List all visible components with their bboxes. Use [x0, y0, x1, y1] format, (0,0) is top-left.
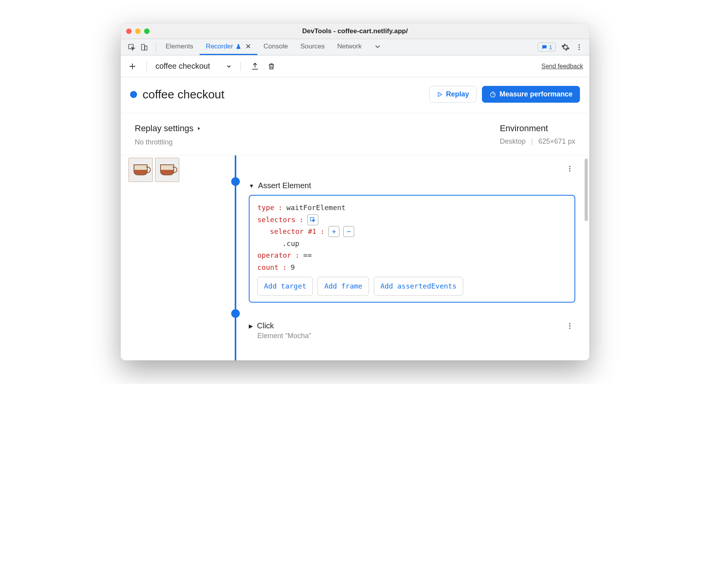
add-selector-button[interactable]: +: [328, 226, 339, 237]
timeline-node: [231, 177, 240, 186]
field-key-operator: operator: [257, 249, 291, 262]
step-options-icon[interactable]: [566, 322, 574, 330]
step-click-header[interactable]: ▶ Click Element "Mocha": [249, 317, 575, 345]
field-key-count: count: [257, 262, 278, 274]
recording-name: coffee checkout: [155, 62, 210, 71]
delete-icon[interactable]: [266, 61, 277, 72]
recording-title: coffee checkout: [143, 88, 225, 101]
svg-point-13: [569, 328, 570, 329]
field-value-operator[interactable]: ==: [303, 249, 312, 262]
step-title: Click: [257, 321, 274, 330]
recording-status-dot: [130, 91, 137, 98]
timeline: ▼ Assert Element type: waitForElement se…: [121, 155, 589, 360]
step-assert-element-header[interactable]: ▼ Assert Element: [249, 176, 575, 195]
environment-label: Environment: [500, 123, 575, 134]
field-value-type[interactable]: waitForElement: [286, 202, 346, 214]
more-options-icon[interactable]: [575, 43, 583, 51]
tab-recorder[interactable]: Recorder ✕: [200, 39, 257, 55]
svg-point-8: [569, 168, 570, 169]
selector-value[interactable]: .cup: [282, 238, 299, 250]
measure-label: Measure performance: [499, 90, 573, 98]
messages-badge[interactable]: 1: [538, 43, 556, 52]
svg-point-7: [569, 166, 570, 167]
window-titlebar: DevTools - coffee-cart.netlify.app/: [121, 23, 589, 39]
tab-elements[interactable]: Elements: [159, 39, 200, 55]
svg-point-11: [569, 323, 570, 324]
svg-point-3: [578, 44, 580, 45]
inspect-element-icon[interactable]: [126, 42, 137, 53]
environment-dimensions: 625×671 px: [538, 137, 575, 146]
svg-point-9: [569, 170, 570, 171]
replay-label: Replay: [446, 90, 469, 98]
chevron-down-icon: [226, 63, 232, 69]
tab-console[interactable]: Console: [257, 39, 294, 55]
thumbnail[interactable]: [155, 158, 179, 182]
svg-rect-1: [141, 44, 144, 50]
field-value-count[interactable]: 9: [291, 262, 295, 274]
measure-performance-button[interactable]: Measure performance: [482, 86, 580, 103]
settings-row: Replay settings No throttling Environmen…: [121, 113, 589, 155]
tab-sources[interactable]: Sources: [294, 39, 331, 55]
environment-device: Desktop: [500, 137, 526, 146]
more-tabs-button[interactable]: [368, 39, 387, 55]
recording-header: coffee checkout Replay Measure performan…: [121, 77, 589, 113]
pick-selector-icon[interactable]: [307, 214, 318, 225]
add-target-button[interactable]: Add target: [257, 277, 313, 296]
recording-selector[interactable]: coffee checkout: [155, 62, 232, 71]
divider: [241, 62, 241, 71]
timeline-node: [231, 309, 240, 318]
chevron-right-icon: [196, 126, 201, 131]
svg-point-4: [578, 46, 580, 48]
step-assert-element-body: type: waitForElement selectors: selector…: [249, 195, 575, 303]
step-title: Assert Element: [258, 181, 311, 190]
device-toolbar-icon[interactable]: [139, 42, 150, 53]
field-key-type: type: [257, 202, 274, 214]
recorder-toolbar: coffee checkout Send feedback: [121, 55, 589, 77]
send-feedback-link[interactable]: Send feedback: [541, 63, 583, 70]
divider: [146, 62, 147, 71]
field-key-selectors: selectors: [257, 214, 296, 226]
step-subtitle: Element "Mocha": [257, 332, 311, 340]
step-thumbnails: [128, 158, 179, 182]
divider: |: [531, 137, 533, 146]
add-frame-button[interactable]: Add frame: [318, 277, 369, 296]
settings-gear-icon[interactable]: [561, 43, 570, 52]
selector-label: selector #1: [270, 226, 316, 238]
expand-arrow-icon: ▶: [249, 323, 253, 329]
devtools-window: DevTools - coffee-cart.netlify.app/ Elem…: [121, 23, 589, 360]
thumbnail[interactable]: [128, 158, 153, 182]
step-options-icon[interactable]: [566, 165, 574, 173]
messages-count: 1: [549, 44, 552, 50]
replay-settings-toggle[interactable]: Replay settings: [135, 123, 201, 134]
divider: [156, 43, 156, 52]
throttling-value: No throttling: [135, 138, 201, 146]
window-title: DevTools - coffee-cart.netlify.app/: [121, 27, 589, 35]
svg-point-5: [578, 49, 580, 50]
flask-icon: [235, 44, 241, 50]
replay-button[interactable]: Replay: [429, 86, 476, 103]
remove-selector-button[interactable]: −: [343, 226, 354, 237]
timeline-line: [235, 155, 236, 360]
add-asserted-events-button[interactable]: Add assertedEvents: [374, 277, 463, 296]
export-icon[interactable]: [250, 61, 260, 72]
close-tab-icon[interactable]: ✕: [245, 42, 251, 51]
devtools-tabbar: Elements Recorder ✕ Console Sources Netw…: [121, 39, 589, 55]
svg-rect-2: [145, 46, 147, 50]
new-recording-button[interactable]: [127, 61, 138, 72]
collapse-arrow-icon: ▼: [249, 183, 254, 189]
svg-point-12: [569, 325, 570, 326]
tab-network[interactable]: Network: [331, 39, 368, 55]
scrollbar[interactable]: [585, 159, 588, 221]
